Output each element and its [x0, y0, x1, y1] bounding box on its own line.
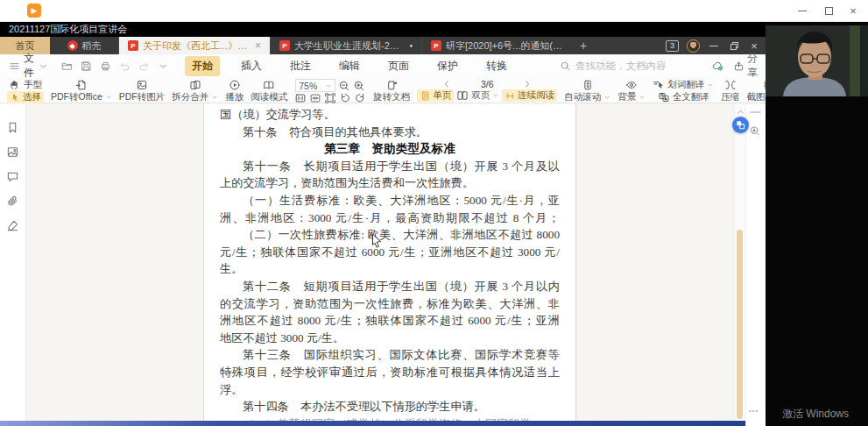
tab-store-label: 稻壳: [82, 39, 102, 53]
task-window-badge[interactable]: 3: [666, 40, 679, 52]
next-page-icon[interactable]: [523, 80, 532, 89]
file-menu[interactable]: 文件: [24, 51, 34, 81]
activate-windows-watermark: 激活 Windows: [782, 407, 849, 422]
toolbar-row-bottom: 全文翻译: [658, 91, 709, 103]
toolbar-row-bottom: PDF转Office: [51, 91, 112, 103]
toolbar-row-top: 75%: [295, 79, 365, 92]
rail-bookmark-icon[interactable]: [6, 121, 19, 134]
split-merge-icon[interactable]: [189, 79, 201, 91]
wps-restore-button[interactable]: [728, 39, 740, 52]
customize-caret-icon[interactable]: [158, 60, 169, 72]
toolbar-group: 阅读模式: [251, 79, 287, 100]
cloud-synced-icon[interactable]: [712, 60, 723, 72]
undo-icon[interactable]: [119, 60, 131, 72]
doc-line: 第十一条 长期项目适用于学生出国（境）开展 3 个月及以: [220, 158, 560, 175]
toolbar-group: PDF转图片: [119, 79, 166, 100]
caret-down-icon: [211, 94, 218, 101]
horizontal-scrollbar[interactable]: [0, 421, 745, 426]
pdf-to-office-icon[interactable]: [75, 79, 88, 91]
panel-resize-dots[interactable]: •••: [749, 407, 759, 415]
rotate-left-icon[interactable]: [339, 92, 351, 104]
toolbar-group: 自动滚动: [564, 79, 610, 100]
pdf-toolbar: 手型选择PDF转OfficePDF转图片拆分合并播放阅读模式75%旋转文档3/6…: [0, 77, 767, 103]
toolbar-group: 划词翻译全文翻译: [653, 79, 714, 100]
caret-down-icon: [639, 94, 646, 101]
tab-close-icon[interactable]: ×: [255, 39, 261, 52]
double-page-icon[interactable]: [456, 89, 469, 102]
cursor-icon: [10, 92, 21, 103]
hand-icon[interactable]: [9, 79, 21, 91]
read-mode-icon[interactable]: [263, 79, 275, 91]
rail-comment-icon[interactable]: [6, 170, 19, 183]
menu-item-批注[interactable]: 批注: [283, 56, 318, 76]
redo-icon[interactable]: [138, 60, 150, 72]
rotate-right-icon[interactable]: [354, 92, 366, 104]
toolbar-row-top: [136, 79, 148, 91]
wps-close-button[interactable]: ×: [748, 39, 760, 52]
full-translate-icon[interactable]: [658, 91, 670, 103]
doc-line: 地区不超过 3000 元/生。: [220, 330, 560, 347]
search-input[interactable]: [575, 60, 707, 71]
menu-item-开始[interactable]: 开始: [185, 56, 220, 76]
close-button[interactable]: ×: [840, 4, 866, 18]
hamburger-icon[interactable]: [9, 60, 20, 72]
zoom-out-icon[interactable]: [338, 80, 350, 92]
tab-store[interactable]: ◆ 稻壳: [50, 37, 118, 54]
tool-label: 手型: [24, 79, 42, 91]
auto-scroll-icon[interactable]: [582, 79, 594, 91]
open-folder-icon[interactable]: [61, 60, 73, 72]
menu-item-保护[interactable]: 保护: [430, 56, 465, 76]
rail-seal-icon[interactable]: [6, 219, 19, 232]
pdf-to-image-icon[interactable]: [136, 79, 148, 91]
caret-down-icon: [105, 94, 112, 101]
doc-line: 第十四条 本办法不受理以下情形的学生申请。: [220, 398, 560, 415]
single-page-tool[interactable]: 单页: [417, 89, 454, 102]
minimize-button[interactable]: [789, 4, 815, 18]
cursor-tool[interactable]: 选择: [7, 91, 44, 103]
find-in-page-icon[interactable]: [749, 125, 760, 137]
toolbar-group: 3/6单页双页连续阅读: [417, 79, 557, 100]
menu-search[interactable]: [560, 60, 707, 72]
rail-thumbnail-icon[interactable]: [6, 146, 19, 159]
panel-collapse-handle[interactable]: [750, 111, 761, 113]
toolbar-row-top: [385, 79, 398, 91]
play-icon[interactable]: [229, 79, 241, 91]
translate-fab[interactable]: [732, 117, 749, 133]
word-translate-icon[interactable]: [653, 79, 665, 91]
document-tab[interactable]: P研字[2020]+6号...的通知(签章).pdf: [421, 37, 573, 54]
toolbar-row-top: 划词翻译: [653, 79, 714, 91]
menu-bar: 文件 开始插入批注编辑页面保护转换 分享: [0, 54, 767, 77]
previous-page-icon[interactable]: [442, 80, 451, 89]
fit-page-icon[interactable]: [324, 92, 336, 104]
avatar[interactable]: [687, 39, 700, 53]
share-button[interactable]: 分享: [733, 51, 758, 81]
wps-minimize-button[interactable]: [708, 39, 720, 52]
rotate-doc-icon[interactable]: [385, 79, 398, 91]
print-icon[interactable]: [100, 60, 111, 72]
toolbar-row-bottom: 自动滚动: [564, 91, 610, 103]
rail-attachment-icon[interactable]: [6, 195, 19, 208]
zoom-select[interactable]: 75%: [295, 79, 335, 92]
menu-item-页面[interactable]: 页面: [381, 56, 416, 76]
document-tab[interactable]: P大学生职业生涯规划-2021春季学期●: [270, 37, 421, 54]
maximize-button[interactable]: [815, 4, 842, 18]
compress-icon[interactable]: [724, 79, 737, 91]
actual-size-icon[interactable]: [294, 92, 307, 104]
vertical-scrollbar-thumb[interactable]: [737, 230, 743, 419]
menu-item-编辑[interactable]: 编辑: [332, 56, 367, 76]
page-indicator[interactable]: 3/6: [467, 79, 507, 89]
doc-line: 第十二条 短期项目适用于学生出国（境）开展 3 个月以内: [220, 278, 560, 295]
background-eye-icon[interactable]: [625, 79, 638, 91]
toolbar-row-top: [189, 79, 201, 91]
document-tab[interactable]: P关于印发《西北工...》的通知.pdf×: [118, 37, 270, 54]
fit-width-icon[interactable]: [309, 92, 321, 104]
continuous-tool[interactable]: 连续阅读: [502, 89, 557, 102]
save-icon[interactable]: [81, 60, 92, 72]
tool-label: PDF转Office: [51, 91, 102, 103]
menu-item-插入[interactable]: 插入: [234, 56, 269, 76]
toolbar-group: 拆分合并: [172, 79, 218, 100]
menu-item-转换[interactable]: 转换: [479, 56, 514, 76]
recorder-app-icon: ▶: [27, 4, 41, 18]
new-tab-button[interactable]: +: [573, 37, 594, 54]
zoom-in-icon[interactable]: [353, 80, 365, 92]
